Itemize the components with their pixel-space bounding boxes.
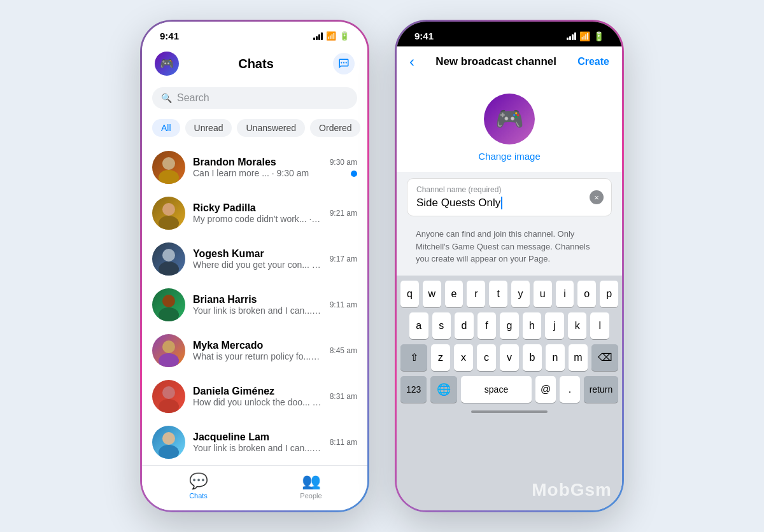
chat-meta-briana: 9:11 am — [330, 300, 357, 309]
chat-preview-yogesh: Where did you get your con... · 9:17 am — [193, 260, 322, 270]
left-status-icons: 📶 🔋 — [313, 31, 350, 41]
key-o[interactable]: o — [577, 281, 596, 307]
chat-name-ricky: Ricky Padilla — [193, 202, 322, 214]
svg-point-14 — [159, 399, 179, 413]
right-phone-screen: 9:41 📶 🔋 ‹ New bro — [397, 22, 622, 510]
back-button[interactable]: ‹ — [409, 53, 414, 71]
broadcast-title: New broadcast channel — [435, 55, 556, 68]
filter-tab-unanswered[interactable]: Unanswered — [237, 119, 305, 137]
svg-point-16 — [159, 445, 179, 459]
search-input[interactable]: 🔍 Search — [152, 87, 357, 109]
chat-item-yogesh[interactable]: Yogesh Kumar Where did you get your con.… — [142, 236, 367, 282]
change-image-button[interactable]: Change image — [478, 151, 541, 162]
key-y[interactable]: y — [511, 281, 530, 307]
chat-meta-brandon: 9:30 am — [330, 158, 357, 177]
key-delete[interactable]: ⌫ — [591, 344, 618, 371]
chat-preview-brandon: Can I learn more ... · 9:30 am — [193, 168, 322, 178]
key-e[interactable]: e — [445, 281, 463, 307]
filter-tab-unread[interactable]: Unread — [185, 119, 232, 137]
channel-avatar[interactable]: 🎮 — [484, 94, 535, 144]
clear-input-button[interactable]: × — [590, 190, 604, 204]
key-v[interactable]: v — [500, 344, 519, 371]
keyboard-row-4: 123 🌐 space @ . return — [400, 376, 618, 403]
chats-nav-icon: 💬 — [189, 472, 208, 490]
key-shift[interactable]: ⇧ — [400, 344, 427, 371]
key-s[interactable]: s — [432, 312, 451, 339]
search-bar: 🔍 Search — [142, 82, 367, 116]
chat-item-daniela[interactable]: Daniela Giménez How did you unlock the d… — [142, 374, 367, 419]
channel-name-section[interactable]: Channel name (required) Side Quests Only… — [407, 178, 612, 216]
svg-point-10 — [159, 307, 179, 321]
channel-name-value: Side Quests Only — [416, 197, 500, 209]
filter-tab-all[interactable]: All — [152, 119, 180, 137]
key-at[interactable]: @ — [535, 376, 556, 403]
key-dot[interactable]: . — [560, 376, 580, 403]
chat-item-myka[interactable]: Myka Mercado What is your return policy … — [142, 328, 367, 374]
chat-item-brandon[interactable]: Brandon Morales Can I learn more ... · 9… — [142, 144, 367, 190]
right-wifi-icon: 📶 — [579, 31, 590, 41]
people-nav-label: People — [300, 492, 322, 500]
right-home-bar — [471, 410, 548, 413]
key-u[interactable]: u — [534, 281, 552, 307]
new-message-button[interactable] — [333, 53, 355, 74]
key-g[interactable]: g — [500, 312, 519, 339]
chat-meta-jacqueline: 8:11 am — [330, 438, 357, 447]
chat-time-jacqueline: 8:11 am — [330, 438, 357, 447]
chat-item-briana[interactable]: Briana Harris Your link is broken and I … — [142, 282, 367, 328]
key-d[interactable]: d — [455, 312, 474, 339]
key-p[interactable]: p — [600, 281, 618, 307]
key-j[interactable]: j — [545, 312, 564, 339]
wifi-icon: 📶 — [326, 31, 336, 41]
chat-time-briana: 9:11 am — [330, 300, 357, 309]
key-x[interactable]: x — [454, 344, 473, 371]
chat-time-daniela: 8:31 am — [330, 392, 357, 401]
key-w[interactable]: w — [423, 281, 441, 307]
key-k[interactable]: k — [568, 312, 587, 339]
create-button[interactable]: Create — [577, 56, 609, 67]
key-a[interactable]: a — [409, 312, 428, 339]
key-return[interactable]: return — [584, 376, 618, 403]
svg-point-2 — [346, 62, 347, 63]
chat-name-briana: Briana Harris — [193, 294, 322, 305]
channel-name-input[interactable]: Side Quests Only — [416, 197, 602, 209]
key-space[interactable]: space — [461, 376, 532, 403]
chat-name-myka: Myka Mercado — [193, 340, 322, 351]
chat-name-brandon: Brandon Morales — [193, 157, 322, 168]
keyboard: q w e r t y u i o p a s — [397, 276, 622, 511]
svg-point-6 — [159, 216, 179, 230]
svg-point-1 — [341, 62, 342, 63]
avatar-jacqueline — [152, 426, 185, 459]
key-num[interactable]: 123 — [400, 376, 427, 403]
key-h[interactable]: h — [523, 312, 542, 339]
key-z[interactable]: z — [431, 344, 450, 371]
search-icon: 🔍 — [161, 93, 172, 103]
right-phone: 9:41 📶 🔋 ‹ New bro — [395, 20, 624, 512]
broadcast-content: 9:41 📶 🔋 ‹ New bro — [397, 22, 622, 510]
chat-item-jacqueline[interactable]: Jacqueline Lam Your link is broken and I… — [142, 419, 367, 465]
key-f[interactable]: f — [478, 312, 497, 339]
key-c[interactable]: c — [477, 344, 496, 371]
key-l[interactable]: l — [590, 312, 609, 339]
chat-item-ricky[interactable]: Ricky Padilla My promo code didn't work.… — [142, 190, 367, 236]
user-avatar[interactable]: 🎮 — [155, 52, 179, 76]
key-b[interactable]: b — [523, 344, 542, 371]
filter-tab-ordered[interactable]: Ordered — [310, 119, 360, 137]
key-m[interactable]: m — [569, 344, 588, 371]
chat-preview-briana: Your link is broken and I can... · 9:11 … — [193, 305, 322, 316]
svg-point-15 — [162, 432, 175, 445]
avatar-ricky — [152, 197, 185, 230]
nav-item-chats[interactable]: 💬 Chats — [142, 472, 255, 500]
avatar-brandon — [152, 151, 185, 184]
key-t[interactable]: t — [489, 281, 507, 307]
left-status-bar: 9:41 📶 🔋 — [142, 22, 367, 46]
key-i[interactable]: i — [556, 281, 574, 307]
key-r[interactable]: r — [467, 281, 485, 307]
svg-point-7 — [162, 249, 175, 262]
avatar-myka — [152, 334, 185, 367]
nav-item-people[interactable]: 👥 People — [255, 472, 367, 500]
key-q[interactable]: q — [400, 281, 419, 307]
key-n[interactable]: n — [546, 344, 565, 371]
svg-point-13 — [162, 386, 175, 399]
chat-name-jacqueline: Jacqueline Lam — [193, 431, 322, 443]
key-emoji[interactable]: 🌐 — [430, 376, 456, 403]
